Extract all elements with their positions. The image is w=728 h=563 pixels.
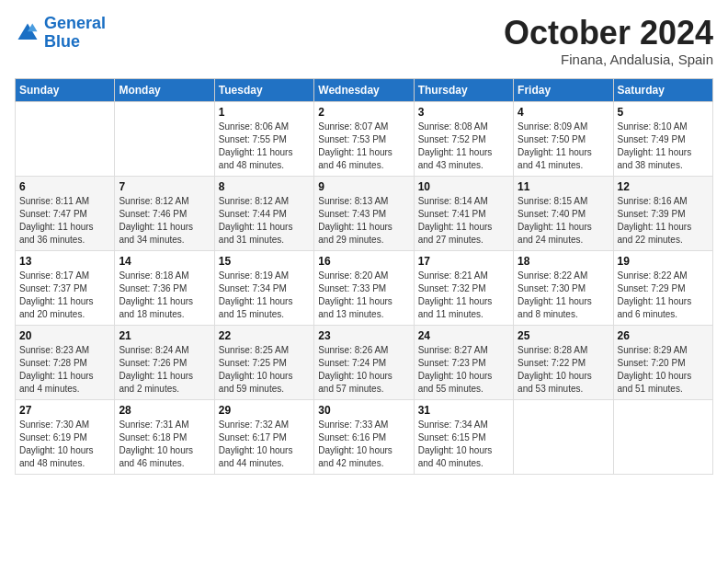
day-info: Sunrise: 7:33 AM Sunset: 6:16 PM Dayligh…: [318, 419, 409, 470]
day-number: 17: [418, 255, 509, 268]
calendar-header-row: Sunday Monday Tuesday Wednesday Thursday…: [16, 78, 713, 101]
day-info: Sunrise: 7:31 AM Sunset: 6:18 PM Dayligh…: [119, 419, 210, 470]
day-info: Sunrise: 7:32 AM Sunset: 6:17 PM Dayligh…: [219, 419, 310, 470]
day-number: 30: [318, 404, 409, 417]
day-number: 28: [119, 404, 210, 417]
day-info: Sunrise: 8:29 AM Sunset: 7:20 PM Dayligh…: [618, 344, 709, 396]
calendar-cell-w3-d5: 18Sunrise: 8:22 AM Sunset: 7:30 PM Dayli…: [514, 250, 613, 325]
calendar-cell-w3-d2: 15Sunrise: 8:19 AM Sunset: 7:34 PM Dayli…: [214, 250, 313, 325]
day-info: Sunrise: 8:22 AM Sunset: 7:30 PM Dayligh…: [518, 270, 609, 321]
day-info: Sunrise: 8:15 AM Sunset: 7:40 PM Dayligh…: [518, 195, 609, 247]
calendar-cell-w5-d3: 30Sunrise: 7:33 AM Sunset: 6:16 PM Dayli…: [314, 399, 414, 474]
calendar-cell-w5-d0: 27Sunrise: 7:30 AM Sunset: 6:19 PM Dayli…: [16, 399, 115, 474]
day-number: 21: [119, 329, 210, 342]
day-info: Sunrise: 8:14 AM Sunset: 7:41 PM Dayligh…: [418, 195, 509, 247]
day-number: 25: [518, 329, 609, 342]
day-info: Sunrise: 8:13 AM Sunset: 7:43 PM Dayligh…: [318, 195, 409, 247]
day-info: Sunrise: 8:20 AM Sunset: 7:33 PM Dayligh…: [318, 270, 409, 321]
logo-line2: Blue: [44, 32, 80, 51]
calendar-cell-w5-d5: [514, 399, 613, 474]
calendar-cell-w4-d5: 25Sunrise: 8:28 AM Sunset: 7:22 PM Dayli…: [514, 325, 613, 399]
day-number: 31: [418, 404, 509, 417]
day-info: Sunrise: 7:30 AM Sunset: 6:19 PM Dayligh…: [19, 419, 110, 470]
calendar-cell-w2-d6: 12Sunrise: 8:16 AM Sunset: 7:39 PM Dayli…: [613, 176, 712, 250]
day-info: Sunrise: 8:06 AM Sunset: 7:55 PM Dayligh…: [219, 121, 310, 172]
day-info: Sunrise: 8:25 AM Sunset: 7:25 PM Dayligh…: [219, 344, 310, 396]
day-number: 8: [219, 180, 310, 193]
day-number: 2: [318, 106, 409, 119]
calendar-cell-w2-d3: 9Sunrise: 8:13 AM Sunset: 7:43 PM Daylig…: [314, 176, 414, 250]
calendar-cell-w1-d4: 3Sunrise: 8:08 AM Sunset: 7:52 PM Daylig…: [414, 101, 513, 176]
day-number: 11: [518, 180, 609, 193]
day-number: 15: [219, 255, 310, 268]
logo-text: General Blue: [44, 15, 106, 52]
day-number: 14: [119, 255, 210, 268]
calendar-cell-w4-d0: 20Sunrise: 8:23 AM Sunset: 7:28 PM Dayli…: [16, 325, 115, 399]
calendar-cell-w5-d6: [613, 399, 712, 474]
calendar-cell-w1-d1: [115, 101, 214, 176]
day-number: 7: [119, 180, 210, 193]
calendar-cell-w3-d4: 17Sunrise: 8:21 AM Sunset: 7:32 PM Dayli…: [414, 250, 513, 325]
day-info: Sunrise: 8:07 AM Sunset: 7:53 PM Dayligh…: [318, 121, 409, 172]
day-info: Sunrise: 8:17 AM Sunset: 7:37 PM Dayligh…: [19, 270, 110, 321]
day-number: 3: [418, 106, 509, 119]
calendar-cell-w5-d4: 31Sunrise: 7:34 AM Sunset: 6:15 PM Dayli…: [414, 399, 513, 474]
day-info: Sunrise: 8:24 AM Sunset: 7:26 PM Dayligh…: [119, 344, 210, 396]
day-number: 22: [219, 329, 310, 342]
calendar-cell-w4-d6: 26Sunrise: 8:29 AM Sunset: 7:20 PM Dayli…: [613, 325, 712, 399]
day-number: 13: [19, 255, 110, 268]
month-title: October 2024: [504, 15, 713, 52]
calendar-cell-w2-d1: 7Sunrise: 8:12 AM Sunset: 7:46 PM Daylig…: [115, 176, 214, 250]
page-header: General Blue October 2024 Finana, Andalu…: [15, 15, 713, 67]
calendar-cell-w4-d2: 22Sunrise: 8:25 AM Sunset: 7:25 PM Dayli…: [214, 325, 313, 399]
day-number: 16: [318, 255, 409, 268]
calendar-cell-w4-d3: 23Sunrise: 8:26 AM Sunset: 7:24 PM Dayli…: [314, 325, 414, 399]
day-info: Sunrise: 8:23 AM Sunset: 7:28 PM Dayligh…: [19, 344, 110, 396]
calendar-week-3: 13Sunrise: 8:17 AM Sunset: 7:37 PM Dayli…: [16, 250, 713, 325]
day-number: 5: [618, 106, 709, 119]
day-info: Sunrise: 8:26 AM Sunset: 7:24 PM Dayligh…: [318, 344, 409, 396]
calendar-cell-w1-d2: 1Sunrise: 8:06 AM Sunset: 7:55 PM Daylig…: [214, 101, 313, 176]
calendar-week-2: 6Sunrise: 8:11 AM Sunset: 7:47 PM Daylig…: [16, 176, 713, 250]
day-number: 9: [318, 180, 409, 193]
calendar-week-5: 27Sunrise: 7:30 AM Sunset: 6:19 PM Dayli…: [16, 399, 713, 474]
day-number: 26: [618, 329, 709, 342]
day-info: Sunrise: 8:10 AM Sunset: 7:49 PM Dayligh…: [618, 121, 709, 172]
calendar-cell-w4-d4: 24Sunrise: 8:27 AM Sunset: 7:23 PM Dayli…: [414, 325, 513, 399]
day-info: Sunrise: 8:09 AM Sunset: 7:50 PM Dayligh…: [518, 121, 609, 172]
calendar-cell-w4-d1: 21Sunrise: 8:24 AM Sunset: 7:26 PM Dayli…: [115, 325, 214, 399]
col-thursday: Thursday: [414, 78, 513, 101]
calendar-cell-w3-d3: 16Sunrise: 8:20 AM Sunset: 7:33 PM Dayli…: [314, 250, 414, 325]
calendar-cell-w3-d6: 19Sunrise: 8:22 AM Sunset: 7:29 PM Dayli…: [613, 250, 712, 325]
calendar-cell-w2-d0: 6Sunrise: 8:11 AM Sunset: 7:47 PM Daylig…: [16, 176, 115, 250]
day-info: Sunrise: 8:21 AM Sunset: 7:32 PM Dayligh…: [418, 270, 509, 321]
location-subtitle: Finana, Andalusia, Spain: [504, 52, 713, 67]
day-info: Sunrise: 8:28 AM Sunset: 7:22 PM Dayligh…: [518, 344, 609, 396]
day-number: 12: [618, 180, 709, 193]
day-number: 23: [318, 329, 409, 342]
col-friday: Friday: [514, 78, 613, 101]
day-number: 6: [19, 180, 110, 193]
day-number: 27: [19, 404, 110, 417]
day-number: 20: [19, 329, 110, 342]
calendar-cell-w5-d1: 28Sunrise: 7:31 AM Sunset: 6:18 PM Dayli…: [115, 399, 214, 474]
calendar-week-4: 20Sunrise: 8:23 AM Sunset: 7:28 PM Dayli…: [16, 325, 713, 399]
calendar-cell-w1-d0: [16, 101, 115, 176]
day-info: Sunrise: 8:18 AM Sunset: 7:36 PM Dayligh…: [119, 270, 210, 321]
logo-icon: [15, 20, 40, 46]
col-wednesday: Wednesday: [314, 78, 414, 101]
day-number: 4: [518, 106, 609, 119]
calendar-cell-w2-d5: 11Sunrise: 8:15 AM Sunset: 7:40 PM Dayli…: [514, 176, 613, 250]
calendar-cell-w2-d4: 10Sunrise: 8:14 AM Sunset: 7:41 PM Dayli…: [414, 176, 513, 250]
calendar-table: Sunday Monday Tuesday Wednesday Thursday…: [15, 78, 713, 475]
day-number: 19: [618, 255, 709, 268]
day-info: Sunrise: 8:12 AM Sunset: 7:46 PM Dayligh…: [119, 195, 210, 247]
day-number: 1: [219, 106, 310, 119]
col-monday: Monday: [115, 78, 214, 101]
logo: General Blue: [15, 15, 106, 52]
title-block: October 2024 Finana, Andalusia, Spain: [504, 15, 713, 67]
day-info: Sunrise: 8:12 AM Sunset: 7:44 PM Dayligh…: [219, 195, 310, 247]
col-sunday: Sunday: [16, 78, 115, 101]
day-info: Sunrise: 8:11 AM Sunset: 7:47 PM Dayligh…: [19, 195, 110, 247]
day-info: Sunrise: 8:16 AM Sunset: 7:39 PM Dayligh…: [618, 195, 709, 247]
